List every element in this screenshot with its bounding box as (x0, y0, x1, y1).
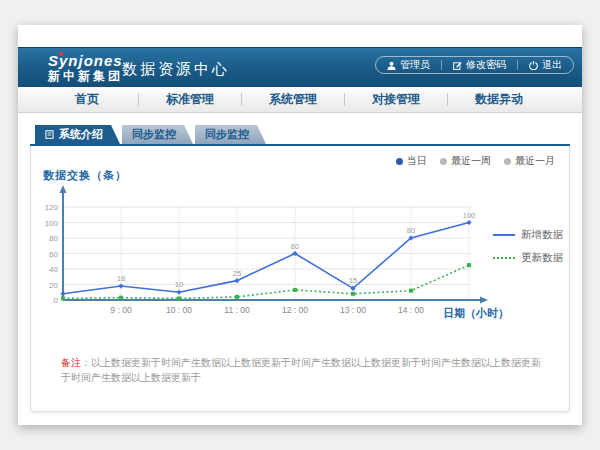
svg-text:120: 120 (45, 203, 59, 212)
change-password-button[interactable]: 修改密码 (442, 58, 517, 72)
radio-last-month[interactable]: 最近一月 (504, 154, 555, 168)
chart-y-axis-title: 数据交换（条） (43, 168, 127, 183)
note-prefix: 备注 (61, 357, 81, 368)
svg-text:10 : 00: 10 : 00 (166, 305, 192, 315)
chart-x-axis-title: 日期（小时） (443, 306, 509, 321)
radio-label: 当日 (407, 154, 427, 168)
company-logo: Synjones 新中新集团 (48, 52, 123, 83)
time-range-filter: 当日 最近一周 最近一月 (396, 154, 555, 168)
legend-line-swatch (493, 234, 515, 236)
svg-text:15: 15 (349, 276, 357, 285)
radio-dot (396, 158, 403, 165)
svg-text:100: 100 (45, 219, 59, 228)
content-panel: 当日 最近一周 最近一月 数据交换（条） 0204060801001209 : … (30, 146, 570, 412)
document-icon (45, 130, 54, 139)
svg-text:40: 40 (49, 265, 58, 274)
radio-label: 最近一周 (451, 154, 491, 168)
svg-text:100: 100 (463, 211, 476, 220)
svg-text:11 : 00: 11 : 00 (224, 305, 250, 315)
svg-text:80: 80 (407, 226, 415, 235)
app-window: Synjones 新中新集团 数据资源中心 管理员 修改密码 (18, 25, 582, 425)
logo-red-dot-icon (59, 52, 63, 56)
logout-button[interactable]: 退出 (518, 58, 573, 72)
nav-item-interface-management[interactable]: 对接管理 (345, 91, 447, 108)
change-password-label: 修改密码 (466, 58, 506, 72)
main-nav: 首页 标准管理 系统管理 对接管理 数据异动 (18, 87, 582, 113)
user-toolbar: 管理员 修改密码 退出 (375, 56, 574, 74)
svg-text:9 : 00: 9 : 00 (110, 305, 132, 315)
line-chart: 0204060801001209 : 0010 : 0011 : 0012 : … (37, 183, 497, 325)
nav-item-home[interactable]: 首页 (36, 91, 138, 108)
svg-text:14 : 00: 14 : 00 (398, 305, 424, 315)
tab-bar: 系统介绍 同步监控 同步监控 (35, 125, 266, 144)
tab-sync-monitor-2[interactable]: 同步监控 (195, 125, 266, 144)
radio-last-week[interactable]: 最近一周 (440, 154, 491, 168)
svg-text:60: 60 (291, 242, 299, 251)
logout-label: 退出 (542, 58, 562, 72)
user-icon (387, 61, 396, 70)
logo-company-text: 新中新集团 (48, 70, 123, 83)
user-account-button[interactable]: 管理员 (376, 58, 441, 72)
edit-icon (453, 61, 462, 70)
nav-item-data-change[interactable]: 数据异动 (448, 91, 550, 108)
tab-label: 同步监控 (205, 127, 249, 142)
power-icon (529, 61, 538, 70)
svg-text:60: 60 (49, 250, 58, 259)
svg-text:20: 20 (49, 281, 58, 290)
svg-text:10: 10 (175, 280, 183, 289)
svg-text:25: 25 (233, 269, 241, 278)
radio-today[interactable]: 当日 (396, 154, 427, 168)
footer-note: 备注：以上数据更新于时间产生数据以上数据更新于时间产生数据以上数据更新于时间产生… (61, 355, 543, 385)
legend-item-updated-data[interactable]: 更新数据 (493, 251, 563, 265)
tab-system-intro[interactable]: 系统介绍 (35, 125, 120, 144)
nav-item-system-management[interactable]: 系统管理 (242, 91, 344, 108)
radio-label: 最近一月 (515, 154, 555, 168)
radio-dot (504, 158, 511, 165)
svg-text:0: 0 (54, 296, 59, 305)
tab-sync-monitor-1[interactable]: 同步监控 (122, 125, 193, 144)
page-title: 数据资源中心 (122, 60, 230, 79)
svg-text:18: 18 (117, 274, 125, 283)
desktop-background: { "header": { "logo_name": "Synjones", "… (0, 0, 600, 450)
radio-dot (440, 158, 447, 165)
svg-text:13 : 00: 13 : 00 (340, 305, 366, 315)
tab-label: 同步监控 (132, 127, 176, 142)
legend-label: 更新数据 (521, 251, 563, 265)
legend-label: 新增数据 (521, 228, 563, 242)
app-header: Synjones 新中新集团 数据资源中心 管理员 修改密码 (18, 47, 582, 87)
nav-item-standard-management[interactable]: 标准管理 (139, 91, 241, 108)
legend-line-swatch (493, 257, 515, 259)
legend-item-new-data[interactable]: 新增数据 (493, 228, 563, 242)
svg-text:12 : 00: 12 : 00 (282, 305, 308, 315)
note-body: ：以上数据更新于时间产生数据以上数据更新于时间产生数据以上数据更新于时间产生数据… (61, 357, 541, 383)
svg-text:80: 80 (49, 234, 58, 243)
user-account-label: 管理员 (400, 58, 430, 72)
chart-legend: 新增数据 更新数据 (493, 228, 563, 274)
tab-label: 系统介绍 (59, 127, 103, 142)
